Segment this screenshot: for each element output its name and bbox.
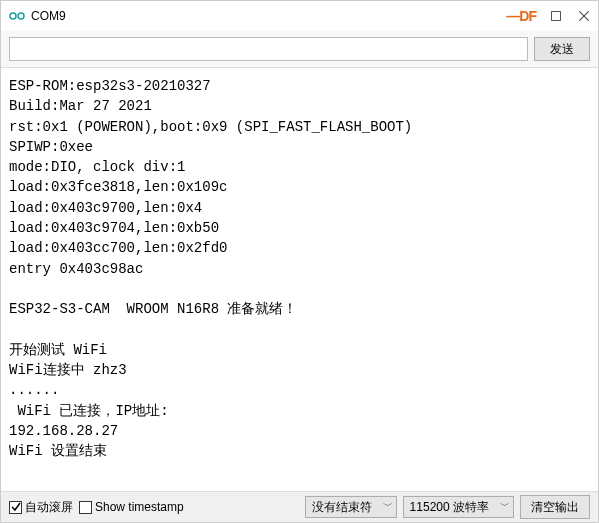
serial-monitor-window: COM9 —DF 发送 ESP-ROM:esp32s3-20210327 Bui… [0,0,599,523]
line-ending-select[interactable]: 没有结束符 〉 [305,496,397,518]
df-label: —DF [506,8,536,24]
window-title: COM9 [31,9,66,23]
close-button[interactable] [570,1,598,31]
serial-output[interactable]: ESP-ROM:esp32s3-20210327 Build:Mar 27 20… [1,67,598,492]
chevron-down-icon: 〉 [497,502,511,512]
baud-select[interactable]: 115200 波特率 〉 [403,496,514,518]
bottombar: 自动滚屏 Show timestamp 没有结束符 〉 115200 波特率 〉… [1,492,598,522]
send-input[interactable] [9,37,528,61]
baud-value: 115200 波特率 [410,499,489,516]
arduino-icon [9,8,25,24]
checkbox-icon [79,501,92,514]
autoscroll-label: 自动滚屏 [25,499,73,516]
send-button[interactable]: 发送 [534,37,590,61]
clear-output-button[interactable]: 清空输出 [520,495,590,519]
checkbox-icon [9,501,22,514]
svg-point-0 [10,13,16,19]
line-ending-value: 没有结束符 [312,499,372,516]
timestamp-label: Show timestamp [95,500,184,514]
svg-point-1 [18,13,24,19]
svg-rect-2 [552,12,561,21]
send-row: 发送 [1,31,598,67]
chevron-down-icon: 〉 [380,502,394,512]
maximize-button[interactable] [542,1,570,31]
titlebar: COM9 —DF [1,1,598,31]
autoscroll-checkbox[interactable]: 自动滚屏 [9,499,73,516]
timestamp-checkbox[interactable]: Show timestamp [79,500,184,514]
